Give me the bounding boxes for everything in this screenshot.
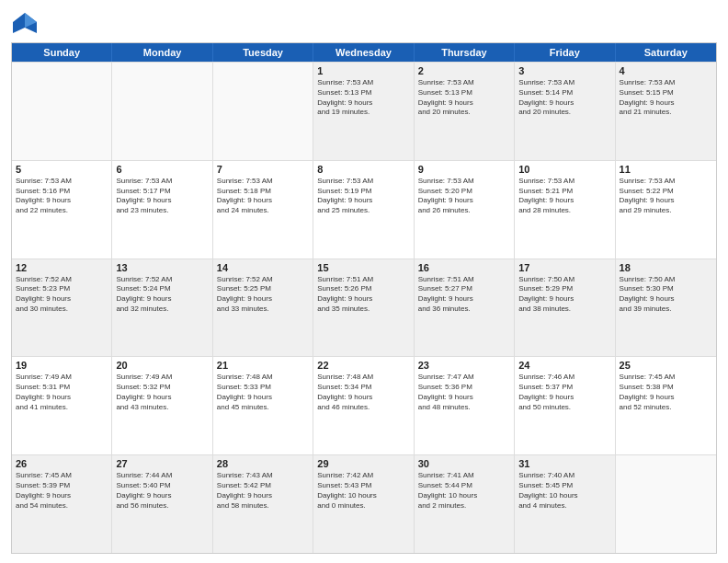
cell-info: Sunrise: 7:50 AM Sunset: 5:30 PM Dayligh… xyxy=(620,275,712,315)
calendar: SundayMondayTuesdayWednesdayThursdayFrid… xyxy=(11,42,717,554)
calendar-body: 1Sunrise: 7:53 AM Sunset: 5:13 PM Daylig… xyxy=(12,62,716,553)
cell-info: Sunrise: 7:46 AM Sunset: 5:37 PM Dayligh… xyxy=(518,373,610,412)
calendar-cell-7: 7Sunrise: 7:53 AM Sunset: 5:18 PM Daylig… xyxy=(213,161,313,259)
cell-info: Sunrise: 7:53 AM Sunset: 5:22 PM Dayligh… xyxy=(620,177,712,216)
page: SundayMondayTuesdayWednesdayThursdayFrid… xyxy=(0,0,728,563)
cell-info: Sunrise: 7:43 AM Sunset: 5:42 PM Dayligh… xyxy=(217,471,309,511)
calendar-cell-29: 29Sunrise: 7:42 AM Sunset: 5:43 PM Dayli… xyxy=(313,455,414,553)
calendar-header-row: SundayMondayTuesdayWednesdayThursdayFrid… xyxy=(12,43,716,62)
calendar-cell-10: 10Sunrise: 7:53 AM Sunset: 5:21 PM Dayli… xyxy=(515,161,615,259)
cell-info: Sunrise: 7:49 AM Sunset: 5:31 PM Dayligh… xyxy=(16,373,108,412)
cell-info: Sunrise: 7:40 AM Sunset: 5:45 PM Dayligh… xyxy=(518,471,610,511)
cell-day-number: 23 xyxy=(418,360,510,371)
cell-day-number: 11 xyxy=(620,164,712,175)
cell-day-number: 30 xyxy=(418,458,510,469)
calendar-row-4: 19Sunrise: 7:49 AM Sunset: 5:31 PM Dayli… xyxy=(12,356,716,454)
calendar-cell-28: 28Sunrise: 7:43 AM Sunset: 5:42 PM Dayli… xyxy=(213,455,313,553)
calendar-cell-21: 21Sunrise: 7:48 AM Sunset: 5:33 PM Dayli… xyxy=(213,357,313,454)
calendar-cell-15: 15Sunrise: 7:51 AM Sunset: 5:26 PM Dayli… xyxy=(313,259,414,357)
cell-day-number: 29 xyxy=(317,458,409,469)
cell-info: Sunrise: 7:53 AM Sunset: 5:13 PM Dayligh… xyxy=(317,78,409,118)
cell-day-number: 13 xyxy=(116,262,208,273)
cell-day-number: 25 xyxy=(620,360,712,371)
cell-day-number: 22 xyxy=(317,360,409,371)
cell-day-number: 17 xyxy=(518,262,610,273)
cell-info: Sunrise: 7:52 AM Sunset: 5:23 PM Dayligh… xyxy=(16,275,108,315)
cell-info: Sunrise: 7:53 AM Sunset: 5:17 PM Dayligh… xyxy=(116,177,208,216)
cell-info: Sunrise: 7:53 AM Sunset: 5:18 PM Dayligh… xyxy=(217,177,309,216)
header-day-sunday: Sunday xyxy=(12,43,112,62)
cell-day-number: 27 xyxy=(116,458,208,469)
cell-info: Sunrise: 7:48 AM Sunset: 5:33 PM Dayligh… xyxy=(217,373,309,412)
cell-day-number: 1 xyxy=(317,65,409,76)
calendar-cell-22: 22Sunrise: 7:48 AM Sunset: 5:34 PM Dayli… xyxy=(313,357,414,454)
cell-info: Sunrise: 7:53 AM Sunset: 5:15 PM Dayligh… xyxy=(620,78,712,118)
header-day-wednesday: Wednesday xyxy=(313,43,414,62)
cell-day-number: 7 xyxy=(217,164,309,175)
calendar-cell-20: 20Sunrise: 7:49 AM Sunset: 5:32 PM Dayli… xyxy=(112,357,212,454)
calendar-cell-16: 16Sunrise: 7:51 AM Sunset: 5:27 PM Dayli… xyxy=(415,259,515,357)
cell-info: Sunrise: 7:53 AM Sunset: 5:14 PM Dayligh… xyxy=(518,78,610,118)
calendar-cell-31: 31Sunrise: 7:40 AM Sunset: 5:45 PM Dayli… xyxy=(515,455,615,553)
cell-day-number: 15 xyxy=(317,262,409,273)
header-day-monday: Monday xyxy=(112,43,212,62)
calendar-row-3: 12Sunrise: 7:52 AM Sunset: 5:23 PM Dayli… xyxy=(12,259,716,357)
cell-info: Sunrise: 7:52 AM Sunset: 5:25 PM Dayligh… xyxy=(217,275,309,315)
cell-info: Sunrise: 7:49 AM Sunset: 5:32 PM Dayligh… xyxy=(116,373,208,412)
cell-info: Sunrise: 7:53 AM Sunset: 5:21 PM Dayligh… xyxy=(518,177,610,216)
cell-info: Sunrise: 7:47 AM Sunset: 5:36 PM Dayligh… xyxy=(418,373,510,412)
calendar-cell-14: 14Sunrise: 7:52 AM Sunset: 5:25 PM Dayli… xyxy=(213,259,313,357)
calendar-row-1: 1Sunrise: 7:53 AM Sunset: 5:13 PM Daylig… xyxy=(12,62,716,160)
calendar-cell-23: 23Sunrise: 7:47 AM Sunset: 5:36 PM Dayli… xyxy=(415,357,515,454)
header-day-saturday: Saturday xyxy=(616,43,716,62)
header-day-friday: Friday xyxy=(515,43,615,62)
calendar-cell-2: 2Sunrise: 7:53 AM Sunset: 5:13 PM Daylig… xyxy=(415,63,515,160)
header xyxy=(11,9,717,37)
calendar-cell-25: 25Sunrise: 7:45 AM Sunset: 5:38 PM Dayli… xyxy=(616,357,716,454)
cell-day-number: 2 xyxy=(418,65,510,76)
cell-day-number: 18 xyxy=(620,262,712,273)
calendar-cell-12: 12Sunrise: 7:52 AM Sunset: 5:23 PM Dayli… xyxy=(12,259,112,357)
cell-day-number: 12 xyxy=(16,262,108,273)
calendar-row-2: 5Sunrise: 7:53 AM Sunset: 5:16 PM Daylig… xyxy=(12,160,716,259)
calendar-cell-11: 11Sunrise: 7:53 AM Sunset: 5:22 PM Dayli… xyxy=(616,161,716,259)
cell-day-number: 10 xyxy=(518,164,610,175)
cell-info: Sunrise: 7:48 AM Sunset: 5:34 PM Dayligh… xyxy=(317,373,409,412)
calendar-cell-5: 5Sunrise: 7:53 AM Sunset: 5:16 PM Daylig… xyxy=(12,161,112,259)
cell-info: Sunrise: 7:53 AM Sunset: 5:13 PM Dayligh… xyxy=(418,78,510,118)
calendar-cell-24: 24Sunrise: 7:46 AM Sunset: 5:37 PM Dayli… xyxy=(515,357,615,454)
cell-info: Sunrise: 7:50 AM Sunset: 5:29 PM Dayligh… xyxy=(518,275,610,315)
calendar-cell-9: 9Sunrise: 7:53 AM Sunset: 5:20 PM Daylig… xyxy=(415,161,515,259)
header-day-tuesday: Tuesday xyxy=(213,43,313,62)
calendar-cell-30: 30Sunrise: 7:41 AM Sunset: 5:44 PM Dayli… xyxy=(415,455,515,553)
cell-info: Sunrise: 7:45 AM Sunset: 5:39 PM Dayligh… xyxy=(16,471,108,511)
cell-day-number: 19 xyxy=(16,360,108,371)
calendar-cell-1: 1Sunrise: 7:53 AM Sunset: 5:13 PM Daylig… xyxy=(313,63,414,160)
calendar-cell-empty-0-2 xyxy=(213,63,313,160)
cell-info: Sunrise: 7:42 AM Sunset: 5:43 PM Dayligh… xyxy=(317,471,409,511)
cell-day-number: 26 xyxy=(16,458,108,469)
calendar-cell-6: 6Sunrise: 7:53 AM Sunset: 5:17 PM Daylig… xyxy=(112,161,212,259)
cell-info: Sunrise: 7:52 AM Sunset: 5:24 PM Dayligh… xyxy=(116,275,208,315)
cell-day-number: 14 xyxy=(217,262,309,273)
cell-day-number: 20 xyxy=(116,360,208,371)
cell-day-number: 4 xyxy=(620,65,712,76)
cell-info: Sunrise: 7:53 AM Sunset: 5:16 PM Dayligh… xyxy=(16,177,108,216)
cell-info: Sunrise: 7:51 AM Sunset: 5:26 PM Dayligh… xyxy=(317,275,409,315)
calendar-cell-27: 27Sunrise: 7:44 AM Sunset: 5:40 PM Dayli… xyxy=(112,455,212,553)
cell-day-number: 6 xyxy=(116,164,208,175)
cell-info: Sunrise: 7:41 AM Sunset: 5:44 PM Dayligh… xyxy=(418,471,510,511)
cell-info: Sunrise: 7:44 AM Sunset: 5:40 PM Dayligh… xyxy=(116,471,208,511)
cell-info: Sunrise: 7:45 AM Sunset: 5:38 PM Dayligh… xyxy=(620,373,712,412)
calendar-cell-empty-4-6 xyxy=(616,455,716,553)
logo-icon xyxy=(11,9,39,37)
cell-info: Sunrise: 7:53 AM Sunset: 5:20 PM Dayligh… xyxy=(418,177,510,216)
cell-day-number: 16 xyxy=(418,262,510,273)
cell-day-number: 5 xyxy=(16,164,108,175)
calendar-row-5: 26Sunrise: 7:45 AM Sunset: 5:39 PM Dayli… xyxy=(12,454,716,553)
cell-day-number: 21 xyxy=(217,360,309,371)
cell-info: Sunrise: 7:51 AM Sunset: 5:27 PM Dayligh… xyxy=(418,275,510,315)
cell-info: Sunrise: 7:53 AM Sunset: 5:19 PM Dayligh… xyxy=(317,177,409,216)
calendar-cell-empty-0-1 xyxy=(112,63,212,160)
header-day-thursday: Thursday xyxy=(415,43,515,62)
